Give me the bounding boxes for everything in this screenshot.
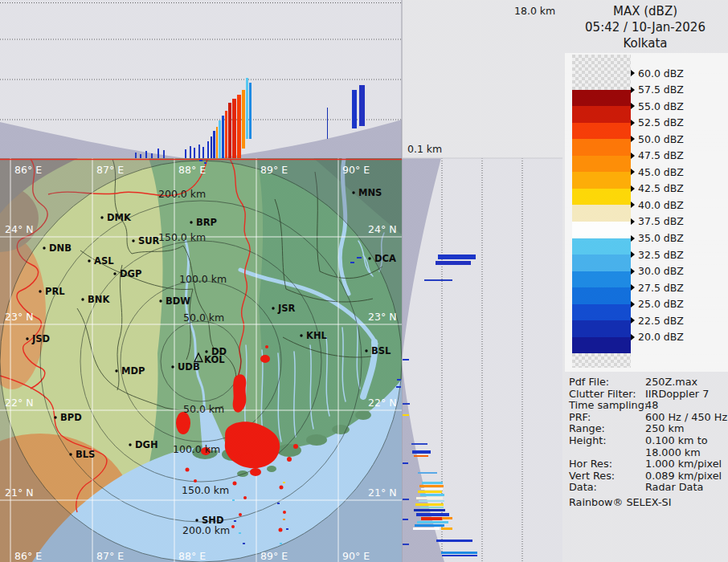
latitude-label: 22° N	[368, 397, 396, 409]
arrow-icon	[631, 235, 635, 242]
color-scale-value: 30.0 dBZ	[638, 265, 684, 277]
color-scale-band	[572, 320, 631, 337]
color-scale-band	[572, 287, 631, 304]
station-label-MDP: MDP	[121, 365, 145, 377]
info-value: 250 km	[645, 422, 684, 434]
top-cross-section-panel	[0, 0, 402, 158]
radar-site-label: KOL	[204, 354, 225, 365]
station-label-DCA: DCA	[374, 253, 396, 264]
color-scale-entry: 55.0 dBZ	[631, 100, 684, 112]
radar-station-name: Kolkata	[562, 36, 728, 51]
station-label-DNB: DNB	[49, 242, 72, 254]
station-label-ASL: ASL	[94, 255, 114, 267]
latitude-label: 21° N	[5, 487, 33, 499]
color-scale-entry: 42.5 dBZ	[631, 182, 684, 195]
longitude-label: 90° E	[342, 550, 370, 562]
color-scale-value: 20.0 dBZ	[638, 331, 684, 343]
longitude-label: 89° E	[260, 550, 288, 562]
color-scale-entry: 37.5 dBZ	[631, 215, 684, 228]
info-row: Height:0.100 km to	[569, 434, 728, 446]
arrow-icon	[631, 185, 635, 192]
station-dot	[113, 272, 116, 275]
info-label: Range:	[569, 422, 605, 434]
station-label-DMK: DMK	[107, 212, 132, 223]
color-scale-band	[572, 156, 631, 173]
info-row: Vert Res:0.089 km/pixel	[569, 470, 728, 482]
info-label: Vert Res:	[569, 470, 615, 482]
station-dot	[39, 290, 41, 292]
color-scale-value: 47.5 dBZ	[638, 149, 684, 161]
longitude-label: 86° E	[14, 550, 42, 562]
info-value: 18.000 km	[645, 446, 701, 458]
info-row: PRF:600 Hz / 450 Hz	[569, 411, 728, 423]
longitude-label: 90° E	[342, 164, 370, 176]
station-dot	[54, 416, 56, 418]
station-dot	[88, 259, 90, 262]
info-value: Radar Data	[645, 481, 703, 493]
arrow-icon	[631, 268, 635, 275]
station-dot	[129, 443, 131, 446]
color-scale-checker-bottom	[572, 353, 631, 368]
station-dot	[352, 191, 354, 193]
station-label-BNK: BNK	[88, 294, 110, 305]
longitude-label: 88° E	[178, 550, 206, 562]
color-scale-value: 50.0 dBZ	[638, 133, 684, 145]
color-scale-entry: 47.5 dBZ	[631, 149, 684, 162]
info-value: 0.089 km/pixel	[645, 470, 722, 482]
color-scale-band	[572, 255, 631, 271]
color-scale-value: 55.0 dBZ	[638, 100, 684, 112]
arrow-icon	[631, 136, 635, 142]
station-label-SUR: SUR	[138, 235, 160, 246]
color-scale-entry: 50.0 dBZ	[631, 132, 684, 145]
latitude-label: 24° N	[5, 223, 33, 235]
color-scale-entry: 60.0 dBZ	[631, 67, 684, 79]
color-scale-value: 35.0 dBZ	[638, 232, 684, 244]
station-dot	[26, 337, 28, 340]
arrow-icon	[631, 87, 635, 93]
station-label-JSR: JSR	[277, 303, 296, 314]
color-scale-value: 32.5 dBZ	[638, 249, 684, 261]
color-scale-entry: 45.0 dBZ	[631, 165, 684, 178]
info-row: Data:Radar Data	[569, 481, 728, 493]
arrow-icon	[631, 153, 635, 159]
info-label: Clutter Filter:	[569, 388, 636, 400]
color-scale-band	[572, 238, 631, 255]
color-scale-band	[572, 90, 631, 107]
product-title: MAX (dBZ)	[562, 4, 728, 18]
arrow-icon	[631, 120, 635, 126]
range-ring-label: 50.0 km	[183, 312, 224, 324]
range-ring-label: 200.0 km	[182, 524, 230, 536]
arrow-icon	[631, 284, 635, 291]
color-scale-entry: 20.0 dBZ	[631, 331, 684, 344]
color-scale-band	[572, 123, 631, 140]
station-dot	[300, 334, 302, 336]
color-scale-value: 60.0 dBZ	[638, 67, 684, 79]
info-row: Time sampling:48	[569, 399, 728, 411]
longitude-label: 86° E	[14, 164, 42, 176]
arrow-icon	[631, 202, 635, 208]
station-dot	[368, 257, 370, 259]
color-scale-value: 37.5 dBZ	[638, 215, 684, 227]
color-scale-value: 25.0 dBZ	[638, 298, 684, 310]
info-value: 0.100 km to	[645, 434, 708, 446]
station-dot	[159, 299, 162, 302]
station-label-MNS: MNS	[358, 187, 382, 198]
station-label-BLS: BLS	[76, 449, 95, 460]
latitude-label: 24° N	[368, 223, 396, 235]
color-scale-band	[572, 189, 631, 206]
color-scale-band	[572, 304, 631, 321]
arrow-icon	[631, 103, 635, 109]
station-label-DGH: DGH	[135, 439, 158, 450]
range-ring-label: 100.0 km	[179, 273, 227, 285]
station-label-SHD: SHD	[202, 515, 223, 526]
color-scale-entry: 25.0 dBZ	[631, 298, 684, 311]
longitude-label: 88° E	[178, 164, 206, 176]
station-label-BSL: BSL	[371, 345, 391, 356]
info-label: Hor Res:	[569, 458, 612, 470]
color-scale-band	[572, 172, 631, 189]
color-scale-value: 45.0 dBZ	[638, 166, 684, 178]
color-scale-band	[572, 222, 631, 238]
info-label: Height:	[569, 434, 607, 446]
arrow-icon	[631, 251, 635, 258]
software-brand: Rainbow® SELEX-SI	[569, 496, 671, 508]
